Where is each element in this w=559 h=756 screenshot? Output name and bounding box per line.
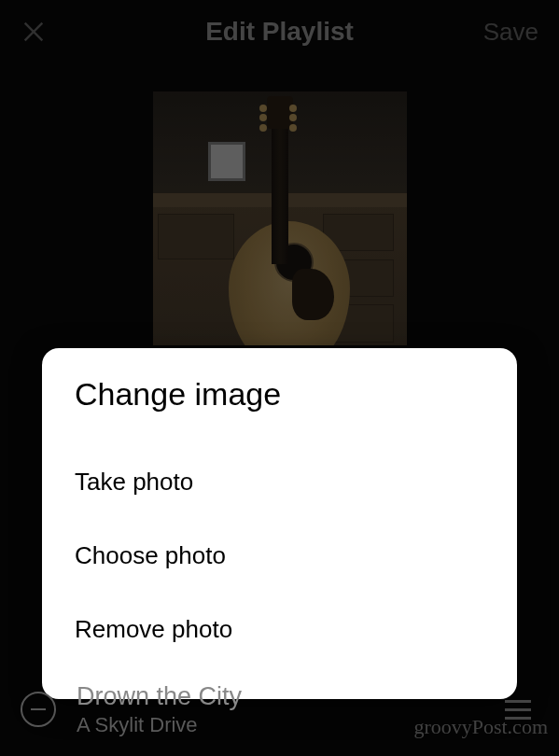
track-info: Drown the City A Skylit Drive — [77, 682, 497, 737]
close-button[interactable] — [21, 19, 47, 45]
take-photo-option[interactable]: Take photo — [75, 445, 484, 519]
track-row: Drown the City A Skylit Drive — [0, 672, 559, 747]
change-image-sheet: Change image Take photo Choose photo Rem… — [42, 348, 517, 699]
remove-photo-option[interactable]: Remove photo — [75, 593, 484, 666]
close-icon — [21, 19, 47, 45]
drag-handle-icon — [505, 700, 531, 703]
choose-photo-option[interactable]: Choose photo — [75, 519, 484, 593]
playlist-cover-image[interactable] — [153, 91, 407, 345]
page-title: Edit Playlist — [205, 17, 354, 47]
header: Edit Playlist Save — [0, 0, 559, 63]
remove-track-button[interactable] — [21, 692, 56, 727]
drag-handle[interactable] — [497, 693, 538, 727]
minus-icon — [31, 708, 46, 710]
track-title: Drown the City — [77, 682, 497, 711]
save-button[interactable]: Save — [483, 18, 538, 47]
sheet-title: Change image — [75, 376, 484, 413]
cover-container — [0, 91, 559, 345]
track-artist: A Skylit Drive — [77, 713, 497, 737]
